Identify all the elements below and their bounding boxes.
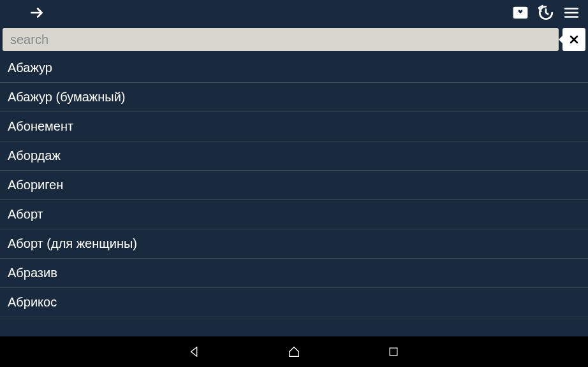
top-bar — [0, 0, 588, 25]
list-item[interactable]: Абрикос — [0, 288, 588, 317]
list-item[interactable]: Абориген — [0, 171, 588, 200]
content-area: Абажур Абажур (бумажный) Абонемент Аборд… — [0, 54, 588, 336]
top-right — [511, 4, 580, 22]
clear-search-button[interactable] — [562, 28, 585, 51]
list-item[interactable]: Аборт (для женщины) — [0, 229, 588, 259]
word-list: Абажур Абажур (бумажный) Абонемент Аборд… — [0, 54, 588, 317]
recent-apps-button[interactable] — [385, 343, 402, 360]
list-item[interactable]: Абажур (бумажный) — [0, 83, 588, 112]
svg-rect-5 — [390, 348, 397, 356]
search-row — [0, 25, 588, 54]
list-item[interactable]: Абордаж — [0, 141, 588, 171]
history-icon[interactable] — [537, 4, 555, 22]
list-item[interactable]: Абонемент — [0, 112, 588, 141]
list-item[interactable]: Абразив — [0, 259, 588, 288]
list-item[interactable]: Аборт — [0, 200, 588, 229]
menu-icon[interactable] — [562, 4, 580, 22]
forward-arrow-icon[interactable] — [28, 4, 46, 22]
back-button[interactable] — [186, 343, 203, 360]
home-button[interactable] — [286, 343, 302, 360]
android-nav-bar — [0, 336, 588, 367]
search-input[interactable] — [3, 28, 559, 51]
list-item[interactable]: Абажур — [0, 54, 588, 83]
favorites-icon[interactable] — [511, 4, 529, 22]
top-left — [8, 4, 46, 22]
